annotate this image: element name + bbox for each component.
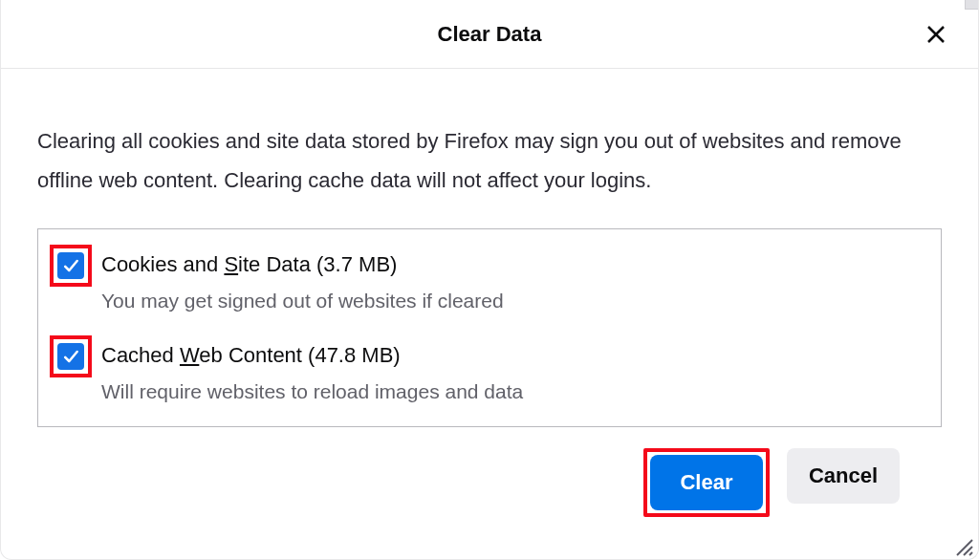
dialog-actions: Clear Cancel [37, 427, 942, 517]
highlight-box [50, 245, 92, 287]
svg-line-4 [969, 552, 972, 555]
dialog-content: Clearing all cookies and site data store… [1, 69, 978, 517]
label-accesskey: W [180, 343, 199, 367]
label-accesskey: S [224, 252, 238, 276]
option-cookies-label: Cookies and Site Data (3.7 MB) [101, 250, 504, 280]
cache-checkbox[interactable] [57, 343, 84, 370]
option-cache-text: Cached Web Content (47.8 MB) Will requir… [101, 335, 523, 403]
highlight-box: Clear [643, 448, 770, 517]
label-part: Cached [101, 343, 180, 367]
close-icon [925, 23, 947, 46]
clear-data-dialog: Clear Data Clearing all cookies and site… [0, 0, 979, 560]
checkmark-icon [61, 347, 80, 366]
resize-grip[interactable] [951, 534, 974, 557]
resize-grip-icon [951, 534, 974, 557]
label-part: Cookies and [101, 252, 224, 276]
clear-button[interactable]: Clear [650, 455, 763, 510]
option-cache-sub: Will require websites to reload images a… [101, 380, 523, 403]
option-cookies-text: Cookies and Site Data (3.7 MB) You may g… [101, 245, 504, 312]
dialog-description: Clearing all cookies and site data store… [37, 122, 942, 200]
close-button[interactable] [921, 19, 951, 50]
label-part: ite Data (3.7 MB) [238, 252, 397, 276]
checkmark-icon [61, 256, 80, 275]
label-part: eb Content (47.8 MB) [199, 343, 400, 367]
cancel-button[interactable]: Cancel [787, 448, 900, 504]
option-cache-label: Cached Web Content (47.8 MB) [101, 341, 523, 371]
dialog-title: Clear Data [438, 22, 542, 47]
titlebar: Clear Data [1, 0, 978, 69]
option-cache-row: Cached Web Content (47.8 MB) Will requir… [50, 335, 929, 403]
option-cookies-row: Cookies and Site Data (3.7 MB) You may g… [50, 245, 929, 312]
options-box: Cookies and Site Data (3.7 MB) You may g… [37, 228, 942, 427]
cookies-checkbox[interactable] [57, 252, 84, 279]
highlight-box [50, 335, 92, 377]
option-cookies-sub: You may get signed out of websites if cl… [101, 290, 504, 312]
